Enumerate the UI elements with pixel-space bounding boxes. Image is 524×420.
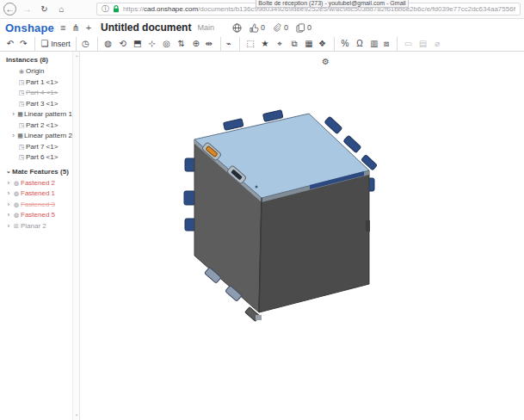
- instance-item[interactable]: ◳ Part 1 <1>: [0, 77, 72, 89]
- mate-type-icon: ⊞: [12, 221, 21, 232]
- expand-chevron-icon[interactable]: ›: [5, 221, 12, 232]
- model-foot: [256, 315, 262, 320]
- mate-type-icon: ◍: [12, 200, 21, 211]
- mate-connector-icon[interactable]: ⌖: [274, 37, 288, 51]
- likes-counter[interactable]: 0: [250, 23, 265, 33]
- viewport-canvas[interactable]: ⚙: [81, 52, 524, 420]
- planar-mate-icon[interactable]: ⬒: [132, 37, 146, 51]
- document-title[interactable]: Untitled document: [101, 22, 191, 34]
- instances-section-header[interactable]: Instances (8): [0, 52, 72, 66]
- select-other-icon[interactable]: ⬚: [244, 37, 259, 51]
- instance-type-icon: ▦: [16, 109, 24, 120]
- model-tab: [184, 191, 195, 205]
- instance-type-icon: ◳: [17, 77, 26, 89]
- mate-type-icon: ◍: [12, 188, 21, 200]
- instance-type-icon: ◳: [17, 88, 26, 99]
- slider-mate-icon[interactable]: ⇅: [176, 37, 190, 51]
- browser-back-button[interactable]: ←: [3, 3, 16, 15]
- instance-item[interactable]: › ▦ Linear pattern 1: [0, 109, 72, 120]
- thumbs-up-icon: [250, 23, 259, 33]
- expand-chevron-icon[interactable]: ›: [5, 200, 12, 211]
- model-tab: [223, 119, 243, 131]
- expand-chevron-icon[interactable]: ›: [5, 210, 12, 221]
- section-view-icon[interactable]: ▥: [368, 37, 383, 51]
- model-hole: [256, 186, 258, 188]
- rotate-tool-icon[interactable]: ◎: [161, 37, 176, 51]
- mate-feature-item[interactable]: › ◍ Fastened 1: [0, 188, 72, 200]
- browser-home-button[interactable]: ⌂: [55, 3, 68, 15]
- instance-item[interactable]: ◳ Part 4 <1>: [0, 88, 72, 99]
- named-positions-icon[interactable]: Ω: [354, 37, 368, 51]
- instance-item[interactable]: ◳ Part 2 <1>: [0, 120, 72, 132]
- assembly-3d-model[interactable]: [81, 52, 524, 420]
- onshape-assembly-window: ← → ↻ ⌂ ⓘ https://cad.onshape.com/docume…: [0, 0, 524, 420]
- paperclip-icon: [273, 23, 282, 33]
- copy-document-icon: [296, 23, 305, 33]
- insert-button[interactable]: ❏ Insert: [40, 37, 76, 51]
- snap-mode-icon[interactable]: ⌁: [225, 37, 240, 51]
- mate-type-icon: ◍: [12, 178, 21, 189]
- share-status[interactable]: [232, 23, 242, 33]
- replicate-icon[interactable]: ❖: [317, 37, 335, 51]
- instances-list: ◉ Origin ◳ Part 1 <1> ◳ Pa: [0, 66, 72, 164]
- mate-features-list: › ◍ Fastened 2 › ◍ Fastened 1 ›: [0, 178, 72, 232]
- copies-counter[interactable]: 0: [296, 23, 311, 33]
- instance-type-icon: ◉: [17, 66, 26, 77]
- main-area: Instances (8) ◉ Origin ◳ P: [0, 52, 524, 420]
- interference-icon[interactable]: %: [339, 37, 354, 51]
- globe-icon: [232, 23, 242, 33]
- assembly-tree-panel: Instances (8) ◉ Origin ◳ P: [0, 52, 80, 420]
- group-icon[interactable]: ⧉: [288, 37, 303, 51]
- browser-chrome: ← → ↻ ⌂ ⓘ https://cad.onshape.com/docume…: [0, 0, 524, 19]
- fastened-mate-icon[interactable]: ◍: [102, 37, 117, 51]
- instance-item[interactable]: › ▦ Linear pattern 2: [0, 131, 72, 142]
- history-button[interactable]: ◷: [81, 37, 98, 51]
- sidebar-scrollbar[interactable]: ⌃ ⌄: [72, 52, 79, 420]
- mate-feature-item[interactable]: › ◍ Fastened 5: [0, 210, 72, 221]
- mate-feature-item[interactable]: › ◍ Fastened 2: [0, 178, 72, 189]
- hide-instances-icon[interactable]: ▭: [402, 37, 416, 51]
- undo-button[interactable]: ↶: [4, 37, 19, 51]
- linear-pattern-icon[interactable]: ▦: [303, 37, 317, 51]
- document-menu-icon[interactable]: ≡: [60, 23, 65, 33]
- assembly-toolbar: ↶ ↷ ❏ Insert ◷ ◍ ⟲: [0, 36, 524, 52]
- create-version-icon[interactable]: +: [86, 23, 91, 33]
- instance-item[interactable]: ◳ Part 7 <1>: [0, 142, 72, 153]
- expand-chevron-icon[interactable]: ›: [10, 131, 16, 142]
- expand-chevron-icon[interactable]: ›: [5, 178, 12, 189]
- section-expanded-chevron-icon[interactable]: ⌄: [6, 168, 12, 175]
- app-header: Onshape ≡ ⋔ + Untitled document Main 0: [0, 19, 524, 36]
- instance-item[interactable]: ◳ Part 6 <1>: [0, 152, 72, 164]
- instance-item[interactable]: ◳ Part 3 <1>: [0, 99, 72, 110]
- revolute-mate-icon[interactable]: ⟲: [117, 37, 132, 51]
- versions-history-icon[interactable]: ⋔: [71, 23, 79, 33]
- appearance-icon[interactable]: ▤: [416, 37, 431, 51]
- redo-button[interactable]: ↷: [19, 37, 35, 51]
- workspace-name[interactable]: Main: [197, 23, 214, 32]
- mate-type-icon: ◍: [12, 210, 21, 221]
- onshape-logo[interactable]: Onshape: [5, 22, 54, 34]
- lock-icon: [113, 5, 120, 13]
- browser-forward-button[interactable]: →: [21, 3, 34, 15]
- site-info-icon[interactable]: ⓘ: [102, 5, 109, 13]
- expand-chevron-icon[interactable]: ›: [10, 109, 16, 120]
- parallel-mate-icon[interactable]: ⇹: [205, 37, 221, 51]
- instance-type-icon: ▦: [16, 131, 24, 142]
- translate-tool-icon[interactable]: ⊹: [146, 37, 161, 51]
- instance-item[interactable]: ◉ Origin: [0, 66, 72, 77]
- instance-type-icon: ◳: [17, 120, 26, 132]
- mate-feature-item[interactable]: › ⊞ Planar 2: [0, 221, 72, 232]
- scroll-down-icon[interactable]: ⌄: [73, 410, 80, 418]
- browser-reload-button[interactable]: ↻: [38, 3, 51, 15]
- instance-type-icon: ◳: [17, 99, 26, 110]
- mate-feature-item[interactable]: › ◍ Fastened 3: [0, 200, 72, 211]
- favorite-icon[interactable]: ★: [259, 37, 274, 51]
- scroll-up-icon[interactable]: ⌃: [73, 53, 80, 62]
- model-notch: [366, 220, 370, 232]
- display-states-icon[interactable]: ⧈: [383, 37, 398, 51]
- expand-chevron-icon[interactable]: ›: [5, 188, 12, 200]
- cylindrical-mate-icon[interactable]: ⊕: [190, 37, 205, 51]
- measure-icon[interactable]: ⌀: [431, 37, 446, 51]
- mate-features-section-header[interactable]: ⌄ Mate Features (5): [0, 164, 72, 178]
- links-counter[interactable]: 0: [273, 23, 288, 33]
